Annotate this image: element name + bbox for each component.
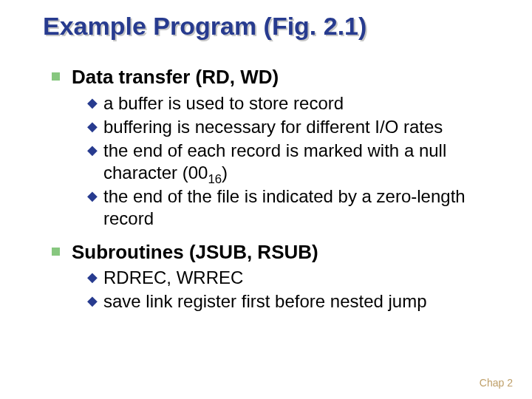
diamond-bullet-icon xyxy=(87,120,98,133)
diamond-bullet-icon xyxy=(87,189,98,202)
list-item-text: RDREC, WRREC xyxy=(103,267,243,289)
diamond-bullet-icon xyxy=(87,270,98,284)
section-heading-text: Data transfer (RD, WD) xyxy=(72,65,279,89)
list-item: buffering is necessary for different I/O… xyxy=(87,116,488,138)
slide-footer: Chap 2 xyxy=(480,377,513,389)
list-item: the end of the file is indicated by a ze… xyxy=(87,185,488,230)
list-item: RDREC, WRREC xyxy=(87,267,488,289)
list-item: save link register first before nested j… xyxy=(87,290,488,313)
section-items: a buffer is used to store record bufferi… xyxy=(87,92,488,230)
list-item: a buffer is used to store record xyxy=(87,92,488,115)
square-bullet-icon xyxy=(52,72,60,81)
list-item-text: the end of the file is indicated by a ze… xyxy=(103,185,488,230)
diamond-bullet-icon xyxy=(87,143,98,157)
square-bullet-icon xyxy=(52,248,60,256)
slide-body: Data transfer (RD, WD) a buffer is used … xyxy=(52,59,488,314)
section-heading-text: Subroutines (JSUB, RSUB) xyxy=(72,240,318,265)
section-heading: Data transfer (RD, WD) xyxy=(52,65,488,89)
list-item-text: save link register first before nested j… xyxy=(103,290,427,313)
list-item-text: the end of each record is marked with a … xyxy=(103,140,488,184)
slide-title: Example Program (Fig. 2.1) xyxy=(43,12,366,41)
list-item: the end of each record is marked with a … xyxy=(87,140,488,184)
diamond-bullet-icon xyxy=(87,294,98,307)
list-item-text: a buffer is used to store record xyxy=(103,92,344,115)
slide: Example Program (Fig. 2.1) Data transfer… xyxy=(0,0,532,399)
diamond-bullet-icon xyxy=(87,96,98,109)
list-item-text: buffering is necessary for different I/O… xyxy=(103,116,443,138)
section-heading: Subroutines (JSUB, RSUB) xyxy=(52,240,488,265)
section-items: RDREC, WRREC save link register first be… xyxy=(87,267,488,313)
